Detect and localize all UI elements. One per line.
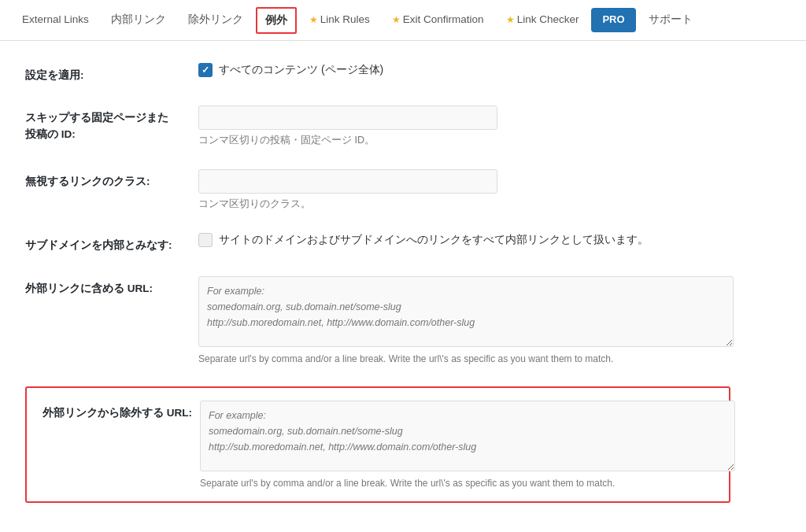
settings-apply-field: すべてのコンテンツ (ページ全体)	[198, 63, 730, 77]
subdomain-row: サブドメインを内部とみなす: サイトのドメインおよびサブドメインへのリンクをすべ…	[25, 233, 730, 253]
tab-link-checker[interactable]: ★Link Checker	[497, 2, 589, 38]
ignore-class-input[interactable]	[198, 169, 497, 194]
tab-pro[interactable]: PRO	[591, 8, 635, 32]
include-url-row: 外部リンクに含める URL: Separate url's by comma a…	[25, 276, 730, 364]
exclude-url-hint: Separate url's by comma and/or a line br…	[200, 478, 735, 489]
settings-apply-row: 設定を適用: すべてのコンテンツ (ページ全体)	[25, 63, 730, 83]
exclude-url-section: 外部リンクから除外する URL: Separate url's by comma…	[25, 386, 730, 503]
star-icon-exit-confirmation: ★	[392, 14, 401, 25]
include-url-field: Separate url's by comma and/or a line br…	[198, 276, 734, 364]
main-content: 設定を適用: すべてのコンテンツ (ページ全体) スキップする固定ページまた投稿…	[0, 41, 756, 525]
tab-external-links[interactable]: External Links	[13, 2, 98, 38]
include-url-textarea[interactable]	[198, 276, 734, 347]
tab-internal-links[interactable]: 内部リンク	[102, 2, 176, 39]
settings-apply-label: 設定を適用:	[25, 63, 198, 83]
tab-exit-confirmation[interactable]: ★Exit Confirmation	[383, 2, 494, 38]
star-icon-link-checker: ★	[506, 14, 515, 25]
subdomain-value: サイトのドメインおよびサブドメインへのリンクをすべて内部リンクとして扱います。	[219, 233, 649, 247]
subdomain-checkbox-row: サイトのドメインおよびサブドメインへのリンクをすべて内部リンクとして扱います。	[198, 233, 730, 247]
nav-bar: External Links 内部リンク 除外リンク 例外 ★Link Rule…	[0, 0, 806, 41]
skip-pages-field: コンマ区切りの投稿・固定ページ ID。	[198, 105, 730, 147]
skip-pages-row: スキップする固定ページまた投稿の ID: コンマ区切りの投稿・固定ページ ID。	[25, 105, 730, 147]
include-url-hint: Separate url's by comma and/or a line br…	[198, 353, 734, 364]
exclude-url-label: 外部リンクから除外する URL:	[27, 401, 200, 421]
tab-exclude-links[interactable]: 除外リンク	[179, 2, 253, 39]
subdomain-field: サイトのドメインおよびサブドメインへのリンクをすべて内部リンクとして扱います。	[198, 233, 730, 247]
ignore-class-hint: コンマ区切りのクラス。	[198, 198, 730, 211]
include-url-label: 外部リンクに含める URL:	[25, 276, 198, 297]
exclude-url-row: 外部リンクから除外する URL: Separate url's by comma…	[27, 401, 713, 489]
skip-pages-hint: コンマ区切りの投稿・固定ページ ID。	[198, 134, 730, 147]
settings-apply-checkbox-row: すべてのコンテンツ (ページ全体)	[198, 63, 730, 77]
subdomain-checkbox[interactable]	[198, 233, 213, 247]
settings-apply-value: すべてのコンテンツ (ページ全体)	[219, 63, 383, 77]
exclude-url-field: Separate url's by comma and/or a line br…	[200, 401, 735, 489]
ignore-class-row: 無視するリンクのクラス: コンマ区切りのクラス。	[25, 169, 730, 211]
exclude-url-textarea[interactable]	[200, 401, 735, 471]
ignore-class-label: 無視するリンクのクラス:	[25, 169, 198, 190]
settings-apply-checkbox[interactable]	[198, 63, 213, 77]
skip-pages-label: スキップする固定ページまた投稿の ID:	[25, 105, 198, 142]
subdomain-label: サブドメインを内部とみなす:	[25, 233, 198, 253]
tab-support[interactable]: サポート	[639, 2, 702, 39]
skip-pages-input[interactable]	[198, 105, 497, 130]
ignore-class-field: コンマ区切りのクラス。	[198, 169, 730, 211]
tab-link-rules[interactable]: ★Link Rules	[300, 2, 379, 38]
star-icon-link-rules: ★	[309, 14, 318, 25]
tab-exceptions[interactable]: 例外	[256, 7, 297, 34]
